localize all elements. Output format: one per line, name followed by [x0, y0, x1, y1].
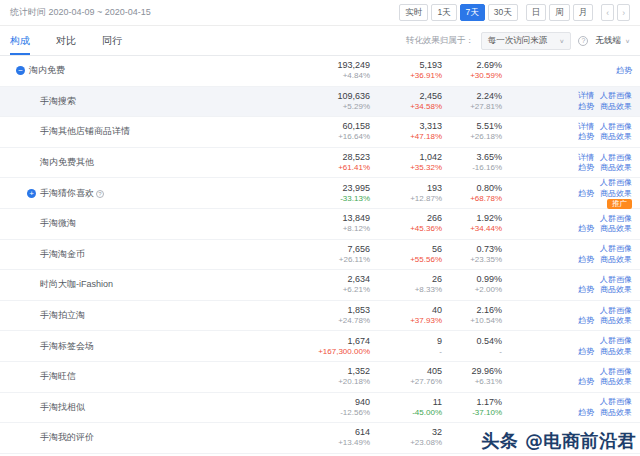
metric-value: 2.24% [442, 91, 502, 102]
collapse-icon[interactable]: − [16, 66, 25, 75]
action-link[interactable]: 商品效果 [600, 316, 632, 326]
action-link[interactable]: 详情 [578, 153, 594, 163]
action-link[interactable]: 人群画像 [600, 178, 632, 188]
next-button[interactable]: › [617, 4, 630, 21]
tab-compare[interactable]: 对比 [56, 26, 76, 55]
action-link[interactable]: 趋势 [578, 347, 594, 357]
action-link[interactable]: 商品效果 [600, 255, 632, 265]
metric-value: 0.54% [442, 336, 502, 347]
prev-button[interactable]: ‹ [601, 4, 614, 21]
channel-name: 时尚大咖-iFashion [40, 278, 113, 291]
table-row[interactable]: 手淘找相似940-12.56%11-45.00%1.17%-37.10%人群画像… [0, 393, 640, 424]
action-link[interactable]: 人群画像 [600, 367, 632, 377]
action-link[interactable]: 趋势 [578, 132, 594, 142]
action-link[interactable]: 人群画像 [600, 306, 632, 316]
period-button-month[interactable]: 月 [573, 4, 594, 21]
action-link[interactable]: 商品效果 [600, 102, 632, 112]
period-button-day[interactable]: 日 [526, 4, 547, 21]
action-link[interactable]: 趋势 [578, 316, 594, 326]
table-row[interactable]: 手淘标签会场1,674+167,300.00%9-0.54%-人群画像趋势商品效… [0, 331, 640, 362]
metric-value: 1.92% [442, 213, 502, 224]
channel-name-cell: 手淘搜索 [0, 95, 220, 108]
help-icon[interactable]: ? [96, 190, 104, 198]
traffic-table: −淘内免费193,249+4.84%5,193+36.91%2.69%+30.5… [0, 56, 640, 454]
action-link[interactable]: 人群画像 [600, 91, 632, 101]
info-icon[interactable]: ? [578, 36, 588, 46]
action-link[interactable]: 人群画像 [600, 397, 632, 407]
expand-icon[interactable]: + [27, 189, 36, 198]
table-row[interactable]: 手淘旺信1,352+20.18%405+27.76%29.96%+6.31%人群… [0, 362, 640, 393]
action-link[interactable]: 趋势 [578, 102, 594, 112]
action-link[interactable]: 商品效果 [600, 285, 632, 295]
date-range-controls: 实时 1天 7天 30天 日 周 月 ‹ › [399, 4, 630, 21]
metric-change: -12.56% [220, 408, 370, 418]
channel-name: 手淘猜你喜欢 [40, 187, 94, 200]
tab-composition[interactable]: 构成 [10, 26, 30, 55]
range-button-7day[interactable]: 7天 [460, 4, 485, 21]
table-row[interactable]: 时尚大咖-iFashion2,634+6.21%26+8.33%0.99%+2.… [0, 270, 640, 301]
metric-value: 1,674 [220, 336, 370, 347]
action-link[interactable]: 趋势 [578, 408, 594, 418]
table-row[interactable]: −淘内免费193,249+4.84%5,193+36.91%2.69%+30.5… [0, 56, 640, 87]
metric-value: 40 [370, 305, 442, 316]
action-link[interactable]: 趋势 [578, 163, 594, 173]
channel-name-cell: 淘内免费其他 [0, 156, 220, 169]
table-row[interactable]: 手淘其他店铺商品详情60,158+16.64%3,313+47.18%5.51%… [0, 117, 640, 148]
action-link[interactable]: 商品效果 [600, 189, 632, 199]
metric-value: 3.65% [442, 152, 502, 163]
table-row[interactable]: 手淘淘金币7,656+26.11%56+55.56%0.73%+23.35%人群… [0, 240, 640, 271]
table-row[interactable]: 手淘微淘13,849+8.12%266+45.36%1.92%+34.44%人群… [0, 209, 640, 240]
table-row[interactable]: +手淘猜你喜欢?23,995-33.13%193+12.87%0.80%+68.… [0, 178, 640, 209]
action-link[interactable]: 趋势 [578, 285, 594, 295]
conversion-source-select[interactable]: 每一次访问来源 ∨ [481, 32, 572, 50]
action-link[interactable]: 趋势 [578, 377, 594, 387]
tab-peers[interactable]: 同行 [102, 26, 122, 55]
metric-change: +61.41% [220, 163, 370, 173]
metric-change: +34.44% [442, 224, 502, 234]
action-link[interactable]: 商品效果 [600, 408, 632, 418]
chevron-right-icon: › [622, 8, 625, 18]
col2-cell: 405+27.76% [370, 366, 442, 387]
action-link[interactable]: 人群画像 [600, 336, 632, 346]
action-link[interactable]: 趋势 [578, 189, 594, 199]
action-link[interactable]: 商品效果 [600, 347, 632, 357]
action-link[interactable]: 商品效果 [600, 132, 632, 142]
action-link[interactable]: 商品效果 [600, 377, 632, 387]
action-link[interactable]: 趋势 [578, 224, 594, 234]
period-button-week[interactable]: 周 [549, 4, 570, 21]
action-link[interactable]: 趋势 [578, 255, 594, 265]
col2-cell: 40+37.93% [370, 305, 442, 326]
action-link[interactable]: 人群画像 [600, 275, 632, 285]
range-button-30day[interactable]: 30天 [488, 4, 518, 21]
action-link[interactable]: 商品效果 [600, 163, 632, 173]
metric-value: 26 [370, 274, 442, 285]
range-button-1day[interactable]: 1天 [431, 4, 456, 21]
action-link[interactable]: 趋势 [616, 66, 632, 76]
col2-cell: 9- [370, 336, 442, 357]
action-link[interactable]: 人群画像 [600, 153, 632, 163]
col2-cell: 1,042+35.32% [370, 152, 442, 173]
action-link[interactable]: 人群画像 [600, 244, 632, 254]
metric-change: - [442, 347, 502, 357]
promo-badge[interactable]: 推广 [607, 199, 632, 209]
action-link[interactable]: 详情 [578, 91, 594, 101]
col2-cell: 5,193+36.91% [370, 60, 442, 81]
terminal-select[interactable]: 无线端 ∨ [595, 35, 630, 47]
action-link[interactable]: 详情 [578, 122, 594, 132]
metric-change: +27.81% [442, 102, 502, 112]
row-actions: 人群画像趋势商品效果 [502, 336, 632, 356]
pager-button-group: ‹ › [601, 4, 630, 21]
channel-name-cell: +手淘猜你喜欢? [0, 187, 220, 200]
table-row[interactable]: 手淘搜索109,636+5.29%2,456+34.58%2.24%+27.81… [0, 87, 640, 118]
table-row[interactable]: 手淘拍立淘1,853+24.78%40+37.93%2.16%+10.54%人群… [0, 301, 640, 332]
table-row[interactable]: 淘内免费其他28,523+61.41%1,042+35.32%3.65%-16.… [0, 148, 640, 179]
table-row[interactable]: 手淘我的评价614+13.49%32+23.08% [0, 423, 640, 454]
range-button-realtime[interactable]: 实时 [399, 4, 428, 21]
action-link[interactable]: 人群画像 [600, 122, 632, 132]
channel-name-cell: 手淘拍立淘 [0, 309, 220, 322]
action-link[interactable]: 商品效果 [600, 224, 632, 234]
metric-change: +30.59% [442, 71, 502, 81]
action-link[interactable]: 人群画像 [600, 214, 632, 224]
metric-change: +23.35% [442, 255, 502, 265]
col1-cell: 60,158+16.64% [220, 121, 370, 142]
